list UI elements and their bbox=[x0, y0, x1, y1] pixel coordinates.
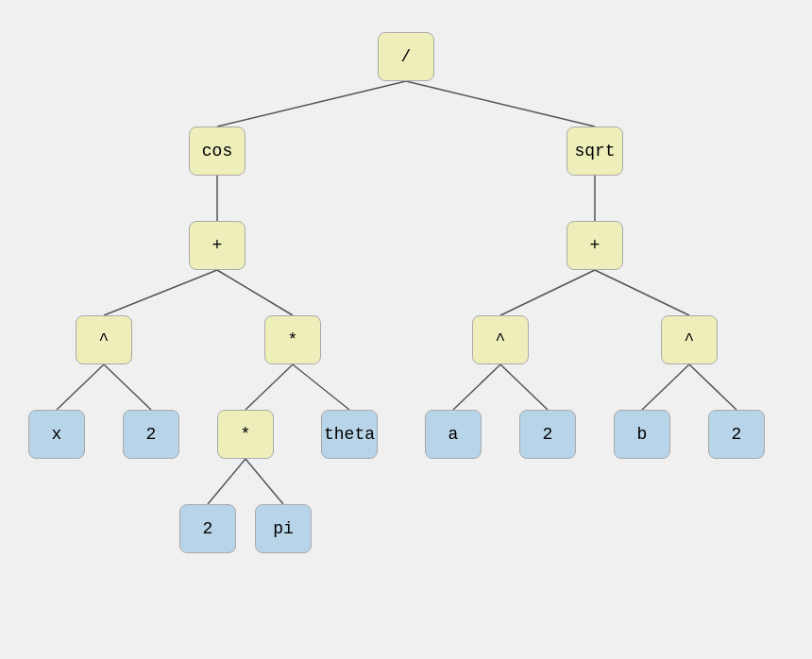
node-two1: 2 bbox=[123, 410, 179, 459]
node-two3: 2 bbox=[708, 410, 765, 459]
svg-line-10 bbox=[245, 364, 293, 410]
svg-line-6 bbox=[500, 270, 595, 315]
node-root: / bbox=[378, 32, 434, 81]
svg-line-12 bbox=[453, 364, 500, 410]
node-sqrt: sqrt bbox=[567, 127, 623, 176]
svg-line-11 bbox=[293, 364, 349, 410]
svg-line-5 bbox=[217, 270, 293, 315]
svg-line-15 bbox=[689, 364, 736, 410]
svg-line-16 bbox=[208, 459, 245, 504]
svg-line-8 bbox=[57, 364, 104, 410]
node-a: a bbox=[425, 410, 482, 459]
svg-line-1 bbox=[406, 81, 595, 127]
svg-line-0 bbox=[217, 81, 406, 127]
node-caret3: ^ bbox=[661, 315, 718, 364]
node-b: b bbox=[614, 410, 670, 459]
node-theta: theta bbox=[321, 410, 378, 459]
tree-container: /cossqrt++^*^^x2*thetaa2b22pi bbox=[0, 0, 812, 659]
node-caret1: ^ bbox=[76, 315, 132, 364]
svg-line-4 bbox=[104, 270, 217, 315]
node-two4: 2 bbox=[179, 504, 236, 553]
node-caret2: ^ bbox=[472, 315, 529, 364]
svg-line-14 bbox=[642, 364, 689, 410]
node-x: x bbox=[28, 410, 85, 459]
node-two2: 2 bbox=[519, 410, 576, 459]
node-mul1: * bbox=[264, 315, 321, 364]
node-pi: pi bbox=[255, 504, 312, 553]
node-plus2: + bbox=[567, 221, 623, 270]
svg-line-17 bbox=[245, 459, 283, 504]
node-mul2: * bbox=[217, 410, 274, 459]
svg-line-7 bbox=[595, 270, 689, 315]
svg-line-13 bbox=[500, 364, 548, 410]
svg-line-9 bbox=[104, 364, 151, 410]
node-cos: cos bbox=[189, 127, 245, 176]
node-plus1: + bbox=[189, 221, 245, 270]
